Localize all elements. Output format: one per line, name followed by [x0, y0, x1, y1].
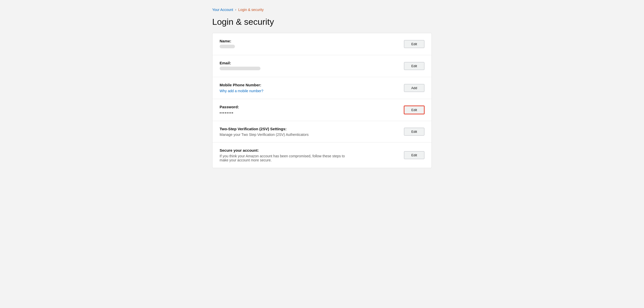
2sv-edit-button[interactable]: Edit: [404, 128, 424, 136]
breadcrumb: Your Account › Login & security: [212, 8, 432, 12]
phone-row: Mobile Phone Number: Why add a mobile nu…: [212, 77, 432, 99]
breadcrumb-account-link[interactable]: Your Account: [212, 8, 233, 12]
password-label: Password:: [220, 105, 394, 109]
password-row: Password: •••••••• Edit: [212, 99, 432, 121]
name-row: Name: Edit: [212, 33, 432, 55]
email-edit-button[interactable]: Edit: [404, 62, 424, 70]
2sv-label: Two-Step Verification (2SV) Settings:: [220, 127, 394, 131]
email-label: Email:: [220, 61, 394, 65]
password-dots: ••••••••: [220, 111, 234, 115]
security-card: Name: Edit Email: Edit Mobile Phone Numb…: [212, 33, 432, 168]
email-value-placeholder: [220, 67, 260, 70]
2sv-row: Two-Step Verification (2SV) Settings: Ma…: [212, 121, 432, 143]
page-title: Login & security: [212, 17, 432, 27]
2sv-action: Edit: [404, 128, 424, 136]
why-add-mobile-link[interactable]: Why add a mobile number?: [220, 89, 263, 93]
phone-action: Add: [404, 84, 424, 92]
password-edit-button[interactable]: Edit: [404, 106, 424, 114]
breadcrumb-current: Login & security: [238, 8, 264, 12]
2sv-content: Two-Step Verification (2SV) Settings: Ma…: [220, 127, 394, 137]
name-value-placeholder: [220, 45, 235, 48]
breadcrumb-separator: ›: [235, 8, 236, 11]
phone-label: Mobile Phone Number:: [220, 83, 394, 87]
secure-account-row: Secure your account: If you think your A…: [212, 143, 432, 168]
name-edit-button[interactable]: Edit: [404, 40, 424, 48]
password-content: Password: ••••••••: [220, 105, 394, 115]
2sv-description: Manage your Two Step Verification (2SV) …: [220, 133, 394, 137]
secure-account-description: If you think your Amazon account has bee…: [220, 154, 394, 162]
email-row: Email: Edit: [212, 55, 432, 77]
email-content: Email:: [220, 61, 394, 71]
secure-account-edit-button[interactable]: Edit: [404, 151, 424, 159]
name-label: Name:: [220, 39, 394, 43]
phone-content: Mobile Phone Number: Why add a mobile nu…: [220, 83, 394, 93]
name-action: Edit: [404, 40, 424, 48]
phone-add-button[interactable]: Add: [404, 84, 424, 92]
secure-account-label: Secure your account:: [220, 148, 394, 152]
password-action: Edit: [404, 106, 424, 114]
name-content: Name:: [220, 39, 394, 49]
secure-account-content: Secure your account: If you think your A…: [220, 148, 394, 162]
email-action: Edit: [404, 62, 424, 70]
secure-account-action: Edit: [404, 151, 424, 159]
